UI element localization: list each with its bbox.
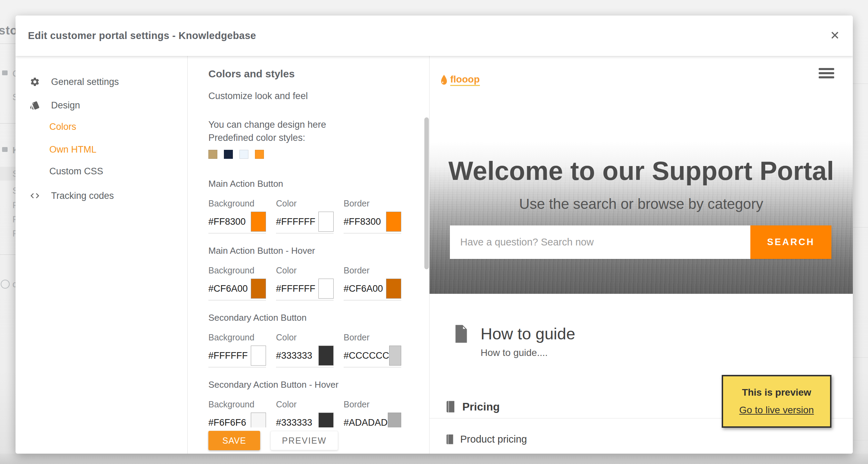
background-divider (0, 254, 16, 255)
sidebar-item-general-settings[interactable]: General settings (30, 77, 187, 87)
hex-value-input[interactable]: #CF6A00 (208, 283, 251, 294)
color-swatch[interactable] (318, 212, 334, 232)
background-ghost-row: S (0, 92, 16, 102)
search-button[interactable]: SEARCH (750, 225, 831, 259)
category-description: How to guide.... (481, 347, 853, 358)
predefined-color-swatch[interactable] (224, 150, 233, 159)
hex-value-input[interactable]: #FFFFFF (208, 350, 251, 361)
hex-value-input[interactable]: #FF8300 (344, 216, 386, 227)
hex-value-input[interactable]: #CF6A00 (344, 283, 386, 294)
preview-mode-banner: This is preview Go to live version (722, 375, 831, 428)
modal-title: Edit customer portal settings - Knowledg… (28, 30, 256, 41)
color-swatch[interactable] (389, 346, 401, 366)
settings-scroll-area[interactable]: Colors and styles Customize look and fee… (188, 56, 429, 427)
sidebar-item-label: Design (51, 100, 80, 111)
hero-title: Welcome to our Support Portal (430, 157, 853, 185)
sidebar-item-tracking-codes[interactable]: Tracking codes (30, 191, 187, 201)
droplet-icon (441, 74, 447, 85)
sidebar-item-label: General settings (51, 77, 119, 87)
modal-header: Edit customer portal settings - Knowledg… (16, 16, 853, 56)
color-swatch[interactable] (318, 413, 334, 427)
portal-logo[interactable]: flooop (441, 74, 480, 86)
category-how-to-guide[interactable]: How to guide (453, 324, 853, 344)
settings-sidebar: General settings Design Colors Own HTML … (16, 56, 188, 454)
hex-value-input[interactable]: #FFFFFF (276, 216, 318, 227)
color-field-background: Background #FFFFFF (208, 332, 266, 367)
section-title: Secondary Action Button - Hover (208, 379, 415, 390)
go-to-live-version-link[interactable]: Go to live version (739, 404, 814, 416)
color-field-border: Border #CCCCCC (344, 332, 401, 367)
background-ghost-row: C (0, 68, 16, 79)
hamburger-menu-icon[interactable] (819, 68, 834, 80)
color-field-border: Border #ADADAD (344, 399, 401, 427)
hex-value-input[interactable]: #333333 (276, 417, 318, 428)
color-swatch[interactable] (251, 212, 266, 232)
color-swatch[interactable] (318, 346, 334, 366)
hex-value-input[interactable]: #FFFFFF (276, 283, 318, 294)
color-swatch[interactable] (251, 279, 266, 299)
predefined-color-swatch[interactable] (239, 150, 248, 159)
close-button[interactable] (827, 28, 842, 43)
edit-portal-settings-modal: Edit customer portal settings - Knowledg… (16, 16, 853, 454)
portal-preview: flooop Welcome to our Support Portal Use… (430, 56, 853, 454)
hero-subtitle: Use the search or browse by category (430, 196, 853, 212)
save-button[interactable]: SAVE (208, 431, 260, 450)
sidebar-item-label: Tracking codes (51, 191, 114, 201)
color-field-border: Border #FF8300 (344, 199, 401, 233)
section-secondary-action-button: Secondary Action Button Background #FFFF… (208, 312, 415, 367)
hex-value-input[interactable]: #CCCCCC (344, 350, 389, 361)
sidebar-item-design[interactable]: Design (30, 100, 187, 110)
background-divider (0, 44, 16, 44)
panel-hint: You can change design here (208, 118, 415, 131)
background-ghost-row: S (0, 168, 16, 179)
color-swatch[interactable] (386, 279, 401, 299)
background-ghost-row: S (0, 185, 16, 196)
panel-scrollbar[interactable] (424, 117, 429, 269)
background-ghost-row: F (0, 214, 16, 224)
predefined-color-swatch[interactable] (255, 150, 264, 159)
color-swatch[interactable] (251, 346, 266, 366)
style-icon (30, 100, 40, 110)
sidebar-item-own-html[interactable]: Own HTML (49, 144, 187, 155)
ghost-circle-icon (1, 280, 10, 289)
predefined-color-styles (208, 150, 415, 159)
ghost-icon (2, 70, 8, 75)
category-title: Pricing (462, 400, 500, 413)
color-field-color: Color #FFFFFF (276, 265, 334, 300)
background-divider (853, 440, 868, 441)
sidebar-item-colors[interactable]: Colors (49, 122, 187, 132)
modal-body: General settings Design Colors Own HTML … (16, 56, 853, 454)
hex-value-input[interactable]: #F6F6F6 (208, 417, 251, 428)
color-field-background: Background #FF8300 (208, 199, 266, 233)
color-swatch[interactable] (388, 413, 401, 427)
hex-value-input[interactable]: #ADADAD (344, 417, 388, 428)
sidebar-item-custom-css[interactable]: Custom CSS (49, 166, 187, 176)
hex-value-input[interactable]: #333333 (276, 350, 318, 361)
section-main-action-button: Main Action Button Background #FF8300 Co… (208, 178, 415, 233)
article-product-pricing[interactable]: Product pricing (446, 434, 853, 445)
background-divider (0, 123, 16, 124)
search-input[interactable] (450, 225, 750, 259)
background-ghost-row: c (0, 279, 16, 289)
predefined-color-swatch[interactable] (208, 150, 217, 159)
panel-subheading: Customize look and feel (208, 90, 415, 102)
color-field-border: Border #CF6A00 (344, 265, 401, 300)
background-divider (853, 227, 868, 228)
article-title: Product pricing (460, 434, 527, 445)
background-divider (853, 357, 868, 358)
background-bottom-band (0, 454, 868, 464)
hex-value-input[interactable]: #FF8300 (208, 216, 251, 227)
code-icon (30, 191, 40, 201)
search-bar: SEARCH (450, 225, 831, 259)
color-swatch[interactable] (318, 279, 334, 299)
section-main-action-button-hover: Main Action Button - Hover Background #C… (208, 245, 415, 300)
document-icon (453, 324, 468, 344)
preview-button[interactable]: PREVIEW (270, 431, 338, 450)
color-swatch[interactable] (251, 413, 266, 427)
panel-heading: Colors and styles (208, 68, 415, 80)
section-title: Secondary Action Button (208, 312, 415, 323)
sidebar-item-label: Colors (49, 122, 76, 132)
ghost-icon (2, 147, 8, 152)
color-swatch[interactable] (386, 212, 401, 232)
sidebar-item-label: Own HTML (49, 144, 97, 155)
